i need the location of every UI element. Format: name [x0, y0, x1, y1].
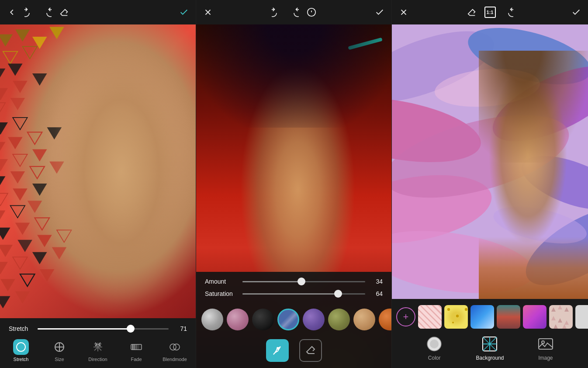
close-button-panel2[interactable]	[203, 7, 213, 17]
tool-blendmode-label: Blendmode	[163, 357, 187, 362]
close-button-panel3[interactable]	[399, 7, 408, 17]
tool-size-label: Size	[55, 357, 64, 362]
svg-point-60	[173, 344, 180, 350]
bg-mode-row: Color Background	[392, 331, 588, 365]
face-gradient	[0, 24, 196, 318]
panel-2-color: Amount 34 Saturation 64	[196, 0, 391, 368]
redo-button-panel1[interactable]	[42, 7, 52, 17]
color-swatch-orange[interactable]	[379, 309, 391, 330]
svg-marker-87	[564, 320, 569, 325]
top-bar-center-panel3: 1:1	[467, 7, 513, 18]
amount-slider-row: Amount 34	[205, 278, 383, 285]
image-mode-label: Image	[538, 355, 553, 361]
brush-tools-row	[196, 335, 391, 368]
tool-blendmode[interactable]: Blendmode	[162, 339, 188, 362]
bg-swatch-light-gray[interactable]	[575, 305, 588, 329]
saturation-label: Saturation	[205, 290, 237, 297]
sliders-section: Amount 34 Saturation 64	[196, 272, 391, 306]
bg-swatch-tri-pattern[interactable]	[549, 305, 573, 329]
image-area-panel3	[392, 24, 588, 299]
check-button-panel1[interactable]	[179, 7, 189, 17]
panel-3-background: 1:1	[391, 0, 588, 368]
color-swatch-tan[interactable]	[353, 309, 375, 330]
svg-marker-88	[553, 324, 558, 329]
color-swatch-mauve[interactable]	[227, 309, 249, 330]
bg-swatch-yellow-dots[interactable]	[444, 305, 468, 329]
color-swatch-olive[interactable]	[328, 309, 350, 330]
svg-line-67	[307, 352, 308, 354]
eraser-button-panel3[interactable]	[467, 7, 477, 17]
bg-presets-row: +	[392, 302, 588, 331]
stretch-slider-track[interactable]	[38, 328, 169, 330]
bg-swatch-blue-splash[interactable]	[470, 305, 494, 329]
stretch-icon	[13, 339, 29, 355]
saturation-slider-row: Saturation 64	[205, 290, 383, 297]
girl-face-p3	[479, 51, 588, 299]
bg-swatch-pink-pattern[interactable]	[418, 305, 442, 329]
stretch-slider-row: Stretch 71	[0, 322, 196, 336]
undo-button-panel2[interactable]	[272, 7, 281, 17]
top-bar-panel3: 1:1	[392, 0, 588, 24]
info-button-panel2[interactable]	[307, 7, 316, 17]
color-swatch-purple[interactable]	[303, 309, 325, 330]
saturation-value: 64	[370, 290, 383, 297]
svg-marker-83	[558, 305, 562, 309]
bottom-overlay-panel2: Amount 34 Saturation 64	[196, 272, 391, 368]
svg-marker-89	[562, 324, 567, 329]
svg-rect-102	[539, 339, 553, 349]
photo-panel1	[0, 24, 196, 318]
check-button-panel2[interactable]	[375, 7, 384, 17]
aspect-ratio-button[interactable]: 1:1	[484, 7, 496, 18]
tool-size[interactable]: Size	[46, 339, 73, 362]
tool-stretch[interactable]: Stretch	[8, 339, 34, 362]
top-bar-center-panel2	[272, 7, 316, 17]
bg-mode-image[interactable]: Image	[537, 336, 554, 361]
amount-slider-thumb[interactable]	[297, 278, 305, 285]
bg-mode-background[interactable]: Background	[476, 336, 504, 361]
photo-panel3	[392, 24, 588, 299]
color-swatch-black[interactable]	[252, 309, 274, 330]
tool-fade[interactable]: Fade	[123, 339, 149, 362]
blendmode-icon	[167, 339, 183, 355]
background-mode-icon	[481, 336, 498, 352]
eraser-button-panel2[interactable]	[299, 339, 322, 362]
saturation-slider-fill	[242, 293, 338, 295]
bottom-area-panel3: +	[392, 299, 588, 368]
amount-slider-fill	[242, 281, 301, 282]
undo-button-panel1[interactable]	[24, 7, 34, 17]
tool-fade-label: Fade	[131, 357, 142, 362]
refresh-button-panel3[interactable]	[504, 7, 513, 17]
color-swatch-blue-stripe[interactable]	[277, 309, 299, 330]
svg-point-59	[170, 344, 176, 350]
color-swatch-silver[interactable]	[201, 309, 223, 330]
saturation-slider-thumb[interactable]	[334, 290, 342, 298]
plus-icon: +	[403, 311, 409, 323]
check-button-panel3[interactable]	[571, 7, 581, 17]
hair-p3	[479, 51, 588, 163]
top-bar-panel1	[0, 0, 196, 24]
stretch-slider-thumb[interactable]	[127, 325, 135, 333]
background-mode-label: Background	[476, 355, 504, 361]
image-mode-icon	[537, 336, 554, 352]
amount-label: Amount	[205, 278, 237, 285]
bg-swatch-red-landscape[interactable]	[497, 305, 520, 329]
image-area-panel1	[0, 24, 196, 318]
bg-mode-color[interactable]: Color	[426, 336, 443, 361]
back-button-panel1[interactable]	[7, 7, 17, 17]
eraser-button-panel1[interactable]	[59, 7, 69, 17]
svg-marker-84	[564, 307, 569, 312]
aspect-ratio-label: 1:1	[487, 10, 494, 15]
color-mode-icon	[426, 336, 443, 352]
brush-button[interactable]	[266, 339, 289, 362]
direction-icon	[90, 339, 106, 355]
bg-swatch-pink-purple[interactable]	[523, 305, 546, 329]
stretch-slider-fill	[38, 328, 131, 330]
svg-point-96	[430, 340, 439, 348]
tool-direction[interactable]: Direction	[85, 339, 111, 362]
add-background-button[interactable]: +	[396, 307, 415, 326]
redo-button-panel2[interactable]	[289, 7, 299, 17]
top-bar-panel2	[196, 0, 391, 24]
amount-slider-track[interactable]	[242, 281, 365, 282]
top-bar-left-panel1	[7, 7, 69, 17]
saturation-slider-track[interactable]	[242, 293, 365, 295]
